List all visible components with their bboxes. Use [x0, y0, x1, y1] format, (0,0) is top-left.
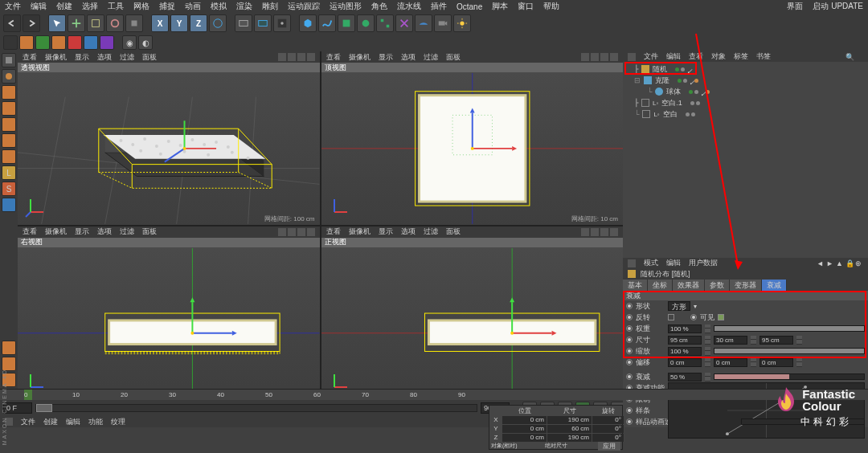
add-cube-button[interactable]: [299, 14, 317, 32]
select-tool[interactable]: [48, 14, 66, 32]
add-hypernurbsgen-button[interactable]: [357, 14, 375, 32]
weight-field[interactable]: 100 %: [668, 324, 702, 333]
edge-mode-button[interactable]: [2, 133, 16, 148]
vp-menu-display[interactable]: 显示: [379, 52, 393, 63]
attrmenu-mode[interactable]: 模式: [644, 258, 658, 268]
radio-icon[interactable]: [626, 418, 633, 425]
radio-icon[interactable]: [690, 314, 697, 320]
object-mode-button[interactable]: [2, 85, 16, 100]
render-settings-button[interactable]: [273, 14, 291, 32]
anim-mode-button[interactable]: S: [2, 182, 16, 196]
vp-nav-icon[interactable]: [307, 53, 315, 61]
vp-menu-panel[interactable]: 面板: [142, 52, 157, 63]
tag-dot[interactable]: ✓: [689, 79, 693, 83]
vis-dot[interactable]: [678, 79, 682, 83]
tag-dot[interactable]: [694, 79, 698, 83]
vis-dot[interactable]: [691, 112, 695, 116]
menu-create[interactable]: 创建: [56, 1, 72, 12]
viewport-top[interactable]: 查看摄像机显示选项过滤面板 顶视图 网格间距: 10 cm: [321, 51, 624, 225]
tree-item-null[interactable]: └ L◦空白: [624, 108, 866, 120]
viewport-perspective[interactable]: 查看 摄像机 显示 选项 过滤 面板 透视视图: [18, 51, 320, 225]
vp-menu-panel[interactable]: 面板: [446, 226, 461, 237]
menu-mesh[interactable]: 网格: [133, 1, 149, 12]
objmenu-edit[interactable]: 编辑: [666, 51, 681, 62]
vp-menu-view[interactable]: 查看: [326, 226, 341, 237]
display-gouraud-button[interactable]: [68, 35, 82, 50]
object-tree[interactable]: ┣ 随机 ✓ ⊟ 克隆 ✓ └ 球体 ✓ ┣ L◦空白.1 └ L◦空白: [623, 62, 868, 258]
radio-icon[interactable]: [626, 407, 633, 414]
tree-item-sphere[interactable]: └ 球体 ✓: [624, 86, 866, 97]
menu-octane[interactable]: Octane: [457, 2, 482, 11]
size-mode-dropdown[interactable]: 绝对尺寸: [545, 442, 597, 451]
axis-x-button[interactable]: X: [151, 14, 169, 32]
objmenu-file[interactable]: 文件: [644, 51, 658, 62]
vp-nav-icon[interactable]: [600, 228, 608, 236]
apply-button[interactable]: 应用: [598, 442, 620, 451]
attrmenu-userdata[interactable]: 用户数据: [689, 258, 718, 268]
layer-dot[interactable]: ✓: [686, 67, 690, 71]
scale-tool[interactable]: [87, 14, 104, 32]
offset-z-field[interactable]: 0 cm: [760, 358, 793, 367]
search-icon[interactable]: 🔍: [845, 53, 854, 61]
offset-y-field[interactable]: 0 cm: [714, 358, 747, 367]
range-knob[interactable]: [36, 404, 52, 412]
tab-coord[interactable]: 坐标: [648, 280, 673, 291]
display-lines-button[interactable]: [35, 35, 50, 50]
vp-nav-icon[interactable]: [610, 228, 618, 236]
vp-menu-display[interactable]: 显示: [379, 226, 393, 237]
vp-nav-icon[interactable]: [600, 53, 608, 61]
tab-deformer[interactable]: 变形器: [730, 280, 762, 291]
scale-field[interactable]: 100 %: [668, 347, 702, 356]
recent-tool[interactable]: [125, 14, 143, 32]
pos-y-field[interactable]: 0 cm: [502, 425, 547, 433]
objmenu-tags[interactable]: 标签: [734, 51, 748, 62]
menu-mograph[interactable]: 运动图形: [330, 1, 362, 12]
vp-menu-cam[interactable]: 摄像机: [349, 52, 371, 63]
display-isoparm-button[interactable]: [100, 35, 114, 50]
vp-menu-opts[interactable]: 选项: [401, 52, 416, 63]
vp-nav-icon[interactable]: [288, 53, 296, 61]
new-icon[interactable]: ⊕: [855, 259, 863, 267]
tree-item-null1[interactable]: ┣ L◦空白.1: [624, 97, 866, 108]
menu-render[interactable]: 渲染: [236, 1, 252, 12]
menu-file[interactable]: 文件: [5, 1, 21, 12]
tree-item-cloner[interactable]: ⊟ 克隆 ✓: [624, 75, 866, 86]
tab-falloff[interactable]: 衰减: [762, 280, 787, 291]
radio-icon[interactable]: [626, 325, 633, 332]
rot-x-field[interactable]: 0°: [592, 416, 624, 424]
vp-nav-icon[interactable]: [278, 228, 286, 236]
visible-checkbox[interactable]: [718, 314, 724, 320]
lock-icon[interactable]: 🔒: [845, 259, 854, 267]
vis-dot[interactable]: [689, 90, 693, 94]
vis-dot[interactable]: [694, 90, 698, 94]
menu-layout[interactable]: 界面: [787, 1, 803, 12]
radio-icon[interactable]: [626, 337, 633, 343]
vp-menu-filter[interactable]: 过滤: [120, 52, 134, 63]
size-x-field[interactable]: 190 cm: [547, 416, 592, 424]
vp-nav-icon[interactable]: [288, 228, 296, 236]
attrmenu-edit[interactable]: 编辑: [666, 258, 681, 268]
menu-plugins[interactable]: 插件: [431, 1, 447, 12]
filter-icon[interactable]: [855, 53, 863, 61]
vp-menu-cam[interactable]: 摄像机: [45, 52, 67, 63]
tab-effector[interactable]: 效果器: [673, 280, 705, 291]
tree-item-random[interactable]: ┣ 随机 ✓: [624, 63, 866, 75]
add-deformer-button[interactable]: [395, 14, 413, 32]
add-array-button[interactable]: [376, 14, 394, 32]
pos-z-field[interactable]: 0 cm: [502, 434, 547, 442]
objmenu-view[interactable]: 查看: [689, 51, 703, 62]
spinner-icon[interactable]: [705, 358, 710, 367]
vis-dot[interactable]: [675, 67, 679, 71]
menu-pipeline[interactable]: 流水线: [397, 1, 421, 12]
weight-slider[interactable]: [714, 325, 865, 332]
vp-menu-cam[interactable]: 摄像机: [349, 226, 371, 237]
render-pv-button[interactable]: [254, 14, 272, 32]
spinner-icon[interactable]: [705, 336, 710, 345]
display-shaded-button[interactable]: [19, 35, 34, 50]
nav-back-icon[interactable]: ◄: [817, 259, 825, 267]
viewport-right[interactable]: 查看摄像机显示选项过滤面板 右视图 网格间距: 10 cm: [18, 226, 320, 400]
vp-menu-display[interactable]: 显示: [75, 52, 89, 63]
spinner-icon[interactable]: [796, 358, 802, 367]
snap-settings-button[interactable]: ◐: [138, 35, 153, 50]
size-y-field[interactable]: 30 cm: [714, 336, 747, 345]
